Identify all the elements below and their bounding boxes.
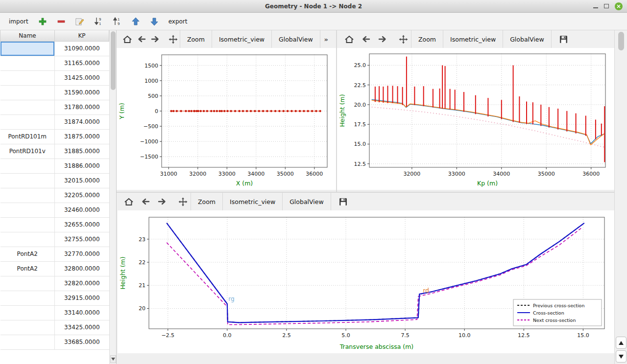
- pan-button[interactable]: [167, 32, 179, 46]
- app-window: Geometry - Node 1 -> Node 2 import: [0, 0, 627, 364]
- table-cell-name[interactable]: PontA2: [0, 261, 55, 276]
- vertical-scrollbar-thumb[interactable]: [618, 32, 624, 50]
- table-cell-name[interactable]: [0, 305, 55, 320]
- sort-descending-button[interactable]: 91: [93, 15, 104, 28]
- table-cell-kp[interactable]: 32915.0000: [55, 291, 109, 305]
- maximize-button[interactable]: [604, 3, 609, 10]
- table-cell-name[interactable]: [0, 217, 55, 232]
- table-cell-name[interactable]: [0, 100, 55, 114]
- move-down-button[interactable]: [149, 15, 160, 28]
- table-cell-name[interactable]: [0, 41, 55, 56]
- export-button[interactable]: export: [168, 15, 189, 28]
- table-cell-name[interactable]: [0, 159, 55, 173]
- table-cell-name[interactable]: [0, 188, 55, 203]
- isometric-view-button[interactable]: Isometric_view: [212, 30, 272, 48]
- table-cell-kp[interactable]: 31885.0000: [55, 144, 109, 159]
- table-cell-kp[interactable]: 32015.0000: [55, 173, 109, 188]
- pan-button[interactable]: [175, 194, 190, 209]
- table-cell-name[interactable]: [0, 173, 55, 188]
- table-cell-kp[interactable]: 31886.0000: [55, 159, 109, 173]
- svg-text:5.0: 5.0: [341, 332, 350, 339]
- pan-button[interactable]: [396, 32, 410, 46]
- move-up-button[interactable]: [130, 15, 141, 28]
- table-cell-name[interactable]: [0, 56, 55, 70]
- table-row: 33425.0000: [0, 320, 109, 335]
- table-cell-kp[interactable]: 32820.0000: [55, 276, 109, 291]
- vertical-scrollbar[interactable]: [614, 30, 627, 364]
- column-header-kp[interactable]: KP: [55, 30, 109, 41]
- table-cell-name[interactable]: [0, 291, 55, 305]
- sort-ascending-button[interactable]: 19: [112, 15, 122, 28]
- pan-icon: [399, 35, 408, 44]
- table-cell-kp[interactable]: 31875.0000: [55, 129, 109, 144]
- profile-plot[interactable]: 320003300034000350003600012.515.017.520.…: [337, 48, 614, 190]
- table-cell-name[interactable]: [0, 320, 55, 335]
- toolbar-overflow-button[interactable]: »: [320, 36, 332, 43]
- minimize-button[interactable]: [593, 3, 598, 10]
- home-button[interactable]: [121, 32, 133, 46]
- table-cell-kp[interactable]: 31425.0000: [55, 70, 109, 85]
- forward-button[interactable]: [375, 32, 390, 46]
- table-cell-name[interactable]: [0, 203, 55, 217]
- global-view-button[interactable]: GlobalView: [282, 193, 331, 210]
- plan-view-plot[interactable]: 310003200033000340003500036000−1500−1000…: [117, 48, 335, 190]
- table-cell-kp[interactable]: 31874.0000: [55, 114, 109, 129]
- forward-button[interactable]: [149, 32, 161, 46]
- forward-button[interactable]: [155, 194, 169, 209]
- table-cell-name[interactable]: PontRD101m: [0, 129, 55, 144]
- table-cell-name[interactable]: [0, 335, 55, 349]
- isometric-view-button[interactable]: Isometric_view: [443, 30, 503, 48]
- scroll-up-button[interactable]: [616, 337, 627, 349]
- table-cell-kp[interactable]: 32800.0000: [55, 261, 109, 276]
- table-cell-name[interactable]: [0, 232, 55, 247]
- home-button[interactable]: [342, 32, 357, 46]
- close-button[interactable]: [615, 2, 623, 10]
- table-cell-name[interactable]: PontA2: [0, 247, 55, 261]
- table-cell-kp[interactable]: 32205.0000: [55, 188, 109, 203]
- table-row: 33140.0000: [0, 305, 109, 320]
- table-cell-kp[interactable]: 31590.0000: [55, 85, 109, 100]
- add-row-button[interactable]: [37, 15, 48, 28]
- table-cell-name[interactable]: PontRD101v: [0, 144, 55, 159]
- table-cell-kp[interactable]: 32755.0000: [55, 232, 109, 247]
- zoom-button[interactable]: Zoom: [191, 193, 223, 210]
- column-header-name[interactable]: Name: [0, 30, 55, 41]
- table-scroll-down-button[interactable]: [110, 355, 116, 363]
- table-cell-name[interactable]: [0, 276, 55, 291]
- table-cell-kp[interactable]: 31090.0000: [55, 41, 109, 56]
- table-cell-name[interactable]: [0, 114, 55, 129]
- back-button[interactable]: [138, 194, 153, 209]
- table-cell-kp[interactable]: 31780.0000: [55, 100, 109, 114]
- table-cell-kp[interactable]: 31165.0000: [55, 56, 109, 70]
- edit-button[interactable]: [74, 15, 85, 28]
- cross-section-plot[interactable]: −2.50.02.55.07.510.012.515.020212223Tran…: [118, 210, 613, 353]
- table-cell-kp[interactable]: 33425.0000: [55, 320, 109, 335]
- table-scrollbar[interactable]: [109, 30, 116, 364]
- home-button[interactable]: [121, 194, 136, 209]
- table-cell-name[interactable]: [0, 70, 55, 85]
- save-button[interactable]: [336, 194, 351, 209]
- table-row: 31590.0000: [0, 85, 109, 100]
- table-cell-kp[interactable]: 32655.0000: [55, 217, 109, 232]
- isometric-view-button[interactable]: Isometric_view: [222, 193, 283, 210]
- table-cell-kp[interactable]: 33140.0000: [55, 305, 109, 320]
- import-button[interactable]: import: [8, 15, 29, 28]
- table-cell-kp[interactable]: 32460.0000: [55, 203, 109, 217]
- back-button[interactable]: [359, 32, 373, 46]
- minimize-icon: [593, 7, 598, 8]
- table-scrollbar-thumb[interactable]: [111, 31, 116, 90]
- svg-text:21: 21: [139, 282, 145, 289]
- remove-row-button[interactable]: [56, 15, 67, 28]
- scroll-down-button[interactable]: [616, 350, 627, 363]
- table-cell-name[interactable]: [0, 85, 55, 100]
- global-view-button[interactable]: GlobalView: [503, 30, 552, 48]
- table-cell-kp[interactable]: 32770.0000: [55, 247, 109, 261]
- table-cell-kp[interactable]: 33685.0000: [55, 335, 109, 349]
- global-view-button[interactable]: GlobalView: [271, 30, 320, 48]
- svg-text:0: 0: [155, 108, 158, 114]
- zoom-button[interactable]: Zoom: [180, 30, 212, 48]
- close-icon: [617, 4, 621, 8]
- zoom-button[interactable]: Zoom: [411, 30, 443, 48]
- save-button[interactable]: [556, 32, 571, 46]
- back-button[interactable]: [135, 32, 147, 46]
